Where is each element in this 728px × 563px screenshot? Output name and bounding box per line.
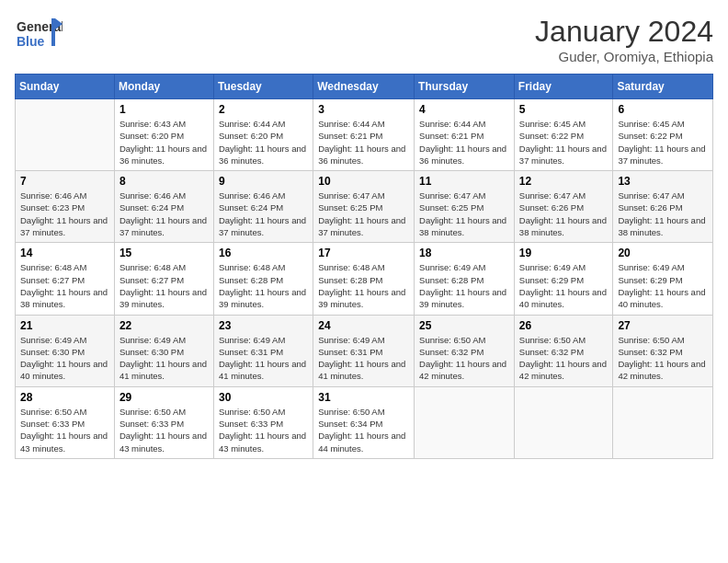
day-info: Sunrise: 6:44 AM Sunset: 6:20 PM Dayligh… — [219, 118, 308, 167]
col-thursday: Thursday — [415, 75, 515, 99]
day-number: 20 — [618, 247, 708, 259]
day-number: 29 — [119, 391, 209, 404]
table-row: 13Sunrise: 6:47 AM Sunset: 6:26 PM Dayli… — [613, 171, 713, 243]
day-info: Sunrise: 6:50 AM Sunset: 6:33 PM Dayligh… — [119, 406, 209, 454]
table-row: 21Sunrise: 6:49 AM Sunset: 6:30 PM Dayli… — [16, 315, 115, 386]
day-number: 13 — [618, 175, 708, 188]
table-row: 9Sunrise: 6:46 AM Sunset: 6:24 PM Daylig… — [213, 171, 313, 243]
table-row: 24Sunrise: 6:49 AM Sunset: 6:31 PM Dayli… — [313, 315, 415, 386]
day-number: 27 — [618, 319, 708, 332]
day-number: 5 — [519, 103, 609, 116]
header: General Blue January 2024 Guder, Oromiya… — [15, 15, 713, 64]
day-number: 1 — [119, 103, 209, 116]
calendar-table: Sunday Monday Tuesday Wednesday Thursday… — [15, 74, 713, 459]
day-info: Sunrise: 6:50 AM Sunset: 6:33 PM Dayligh… — [20, 406, 109, 454]
calendar-week-row: 1Sunrise: 6:43 AM Sunset: 6:20 PM Daylig… — [16, 99, 713, 171]
day-info: Sunrise: 6:46 AM Sunset: 6:24 PM Dayligh… — [219, 190, 308, 238]
day-info: Sunrise: 6:48 AM Sunset: 6:28 PM Dayligh… — [219, 261, 308, 310]
table-row: 30Sunrise: 6:50 AM Sunset: 6:33 PM Dayli… — [213, 386, 313, 458]
day-number: 15 — [119, 247, 209, 259]
table-row: 23Sunrise: 6:49 AM Sunset: 6:31 PM Dayli… — [213, 315, 313, 386]
day-number: 23 — [219, 319, 308, 332]
table-row: 1Sunrise: 6:43 AM Sunset: 6:20 PM Daylig… — [114, 99, 213, 171]
table-row: 8Sunrise: 6:46 AM Sunset: 6:24 PM Daylig… — [114, 171, 213, 243]
table-row — [613, 386, 713, 458]
day-info: Sunrise: 6:50 AM Sunset: 6:32 PM Dayligh… — [519, 334, 609, 383]
table-row: 27Sunrise: 6:50 AM Sunset: 6:32 PM Dayli… — [613, 315, 713, 386]
day-info: Sunrise: 6:48 AM Sunset: 6:28 PM Dayligh… — [318, 261, 409, 310]
table-row: 19Sunrise: 6:49 AM Sunset: 6:29 PM Dayli… — [514, 243, 613, 315]
col-sunday: Sunday — [16, 75, 115, 99]
day-number: 8 — [119, 175, 209, 188]
day-number: 6 — [618, 103, 708, 116]
col-friday: Friday — [514, 75, 613, 99]
day-number: 26 — [519, 319, 609, 332]
table-row: 5Sunrise: 6:45 AM Sunset: 6:22 PM Daylig… — [514, 99, 613, 171]
table-row — [514, 386, 613, 458]
table-row: 11Sunrise: 6:47 AM Sunset: 6:25 PM Dayli… — [415, 171, 515, 243]
day-number: 25 — [419, 319, 509, 332]
table-row: 4Sunrise: 6:44 AM Sunset: 6:21 PM Daylig… — [415, 99, 515, 171]
logo-icon: General Blue — [15, 15, 63, 55]
table-row: 29Sunrise: 6:50 AM Sunset: 6:33 PM Dayli… — [114, 386, 213, 458]
day-info: Sunrise: 6:49 AM Sunset: 6:28 PM Dayligh… — [419, 261, 509, 310]
day-number: 21 — [20, 319, 109, 332]
day-number: 11 — [419, 175, 509, 188]
day-info: Sunrise: 6:47 AM Sunset: 6:26 PM Dayligh… — [519, 190, 609, 238]
day-info: Sunrise: 6:49 AM Sunset: 6:31 PM Dayligh… — [318, 334, 409, 383]
day-number: 16 — [219, 247, 308, 259]
day-number: 18 — [419, 247, 509, 259]
day-number: 2 — [219, 103, 308, 116]
calendar-week-row: 28Sunrise: 6:50 AM Sunset: 6:33 PM Dayli… — [16, 386, 713, 458]
day-number: 14 — [20, 247, 109, 259]
day-number: 17 — [318, 247, 409, 259]
calendar-week-row: 14Sunrise: 6:48 AM Sunset: 6:27 PM Dayli… — [16, 243, 713, 315]
day-number: 10 — [318, 175, 409, 188]
day-number: 28 — [20, 391, 109, 404]
day-info: Sunrise: 6:47 AM Sunset: 6:26 PM Dayligh… — [618, 190, 708, 238]
day-number: 7 — [20, 175, 109, 188]
table-row: 16Sunrise: 6:48 AM Sunset: 6:28 PM Dayli… — [213, 243, 313, 315]
day-number: 12 — [519, 175, 609, 188]
table-row: 6Sunrise: 6:45 AM Sunset: 6:22 PM Daylig… — [613, 99, 713, 171]
title-block: January 2024 Guder, Oromiya, Ethiopia — [535, 15, 713, 64]
table-row: 12Sunrise: 6:47 AM Sunset: 6:26 PM Dayli… — [514, 171, 613, 243]
table-row: 15Sunrise: 6:48 AM Sunset: 6:27 PM Dayli… — [114, 243, 213, 315]
col-wednesday: Wednesday — [313, 75, 415, 99]
table-row: 14Sunrise: 6:48 AM Sunset: 6:27 PM Dayli… — [16, 243, 115, 315]
calendar-header-row: Sunday Monday Tuesday Wednesday Thursday… — [16, 75, 713, 99]
day-info: Sunrise: 6:49 AM Sunset: 6:30 PM Dayligh… — [20, 334, 109, 383]
day-info: Sunrise: 6:50 AM Sunset: 6:32 PM Dayligh… — [618, 334, 708, 383]
page-subtitle: Guder, Oromiya, Ethiopia — [535, 49, 713, 64]
day-info: Sunrise: 6:49 AM Sunset: 6:31 PM Dayligh… — [219, 334, 308, 383]
logo: General Blue — [15, 15, 63, 55]
day-number: 22 — [119, 319, 209, 332]
table-row: 17Sunrise: 6:48 AM Sunset: 6:28 PM Dayli… — [313, 243, 415, 315]
day-info: Sunrise: 6:48 AM Sunset: 6:27 PM Dayligh… — [20, 261, 109, 310]
day-number: 4 — [419, 103, 509, 116]
table-row — [415, 386, 515, 458]
day-info: Sunrise: 6:50 AM Sunset: 6:34 PM Dayligh… — [318, 406, 409, 454]
col-saturday: Saturday — [613, 75, 713, 99]
table-row: 2Sunrise: 6:44 AM Sunset: 6:20 PM Daylig… — [213, 99, 313, 171]
table-row — [16, 99, 115, 171]
table-row: 31Sunrise: 6:50 AM Sunset: 6:34 PM Dayli… — [313, 386, 415, 458]
table-row: 22Sunrise: 6:49 AM Sunset: 6:30 PM Dayli… — [114, 315, 213, 386]
table-row: 25Sunrise: 6:50 AM Sunset: 6:32 PM Dayli… — [415, 315, 515, 386]
day-number: 9 — [219, 175, 308, 188]
table-row: 28Sunrise: 6:50 AM Sunset: 6:33 PM Dayli… — [16, 386, 115, 458]
day-number: 19 — [519, 247, 609, 259]
page-title: January 2024 — [535, 15, 713, 49]
day-info: Sunrise: 6:45 AM Sunset: 6:22 PM Dayligh… — [519, 118, 609, 167]
day-info: Sunrise: 6:47 AM Sunset: 6:25 PM Dayligh… — [318, 190, 409, 238]
day-number: 31 — [318, 391, 409, 404]
day-number: 30 — [219, 391, 308, 404]
day-info: Sunrise: 6:48 AM Sunset: 6:27 PM Dayligh… — [119, 261, 209, 310]
day-info: Sunrise: 6:45 AM Sunset: 6:22 PM Dayligh… — [618, 118, 708, 167]
table-row: 26Sunrise: 6:50 AM Sunset: 6:32 PM Dayli… — [514, 315, 613, 386]
day-info: Sunrise: 6:47 AM Sunset: 6:25 PM Dayligh… — [419, 190, 509, 238]
day-info: Sunrise: 6:49 AM Sunset: 6:29 PM Dayligh… — [618, 261, 708, 310]
table-row: 10Sunrise: 6:47 AM Sunset: 6:25 PM Dayli… — [313, 171, 415, 243]
svg-rect-3 — [51, 18, 55, 46]
table-row: 7Sunrise: 6:46 AM Sunset: 6:23 PM Daylig… — [16, 171, 115, 243]
